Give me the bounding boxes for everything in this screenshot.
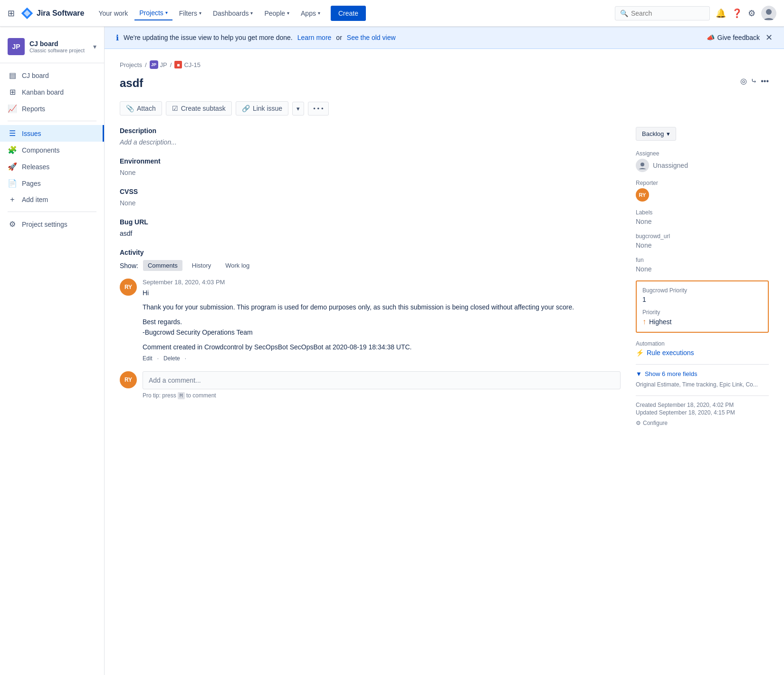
worklog-tab[interactable]: Work log (220, 260, 254, 271)
assignee-label: Assignee (636, 150, 769, 157)
sidebar-item-add-label: Add item (22, 196, 48, 203)
rule-executions-link[interactable]: ⚡ Rule executions (636, 349, 769, 357)
bugcrowd-url-label: bugcrowd_url (636, 233, 769, 240)
sidebar-item-reports[interactable]: 📈 Reports (0, 100, 104, 117)
learn-more-link[interactable]: Learn more (297, 34, 332, 41)
bugcrowd-url-value: None (636, 241, 769, 249)
banner-left: ℹ We're updating the issue view to help … (116, 33, 396, 42)
issue-left-col: Description Add a description... Environ… (120, 127, 621, 426)
sidebar-item-issues-label: Issues (22, 130, 41, 137)
delete-comment-link[interactable]: Delete (163, 355, 180, 362)
edit-comment-link[interactable]: Edit (143, 355, 153, 362)
environment-section: Environment None (120, 157, 621, 176)
nav-dashboards[interactable]: Dashboards ▾ (208, 7, 258, 20)
settings-icon[interactable]: ⚙ (748, 8, 755, 19)
comment-item: RY September 18, 2020, 4:03 PM Hi Thank … (120, 279, 621, 362)
attach-button[interactable]: 📎 Attach (120, 101, 162, 116)
banner-close-button[interactable]: ✕ (765, 32, 773, 43)
configure-link[interactable]: ⚙ Configure (636, 420, 769, 426)
sidebar-item-project-settings[interactable]: ⚙ Project settings (0, 216, 104, 232)
bugcrowd-url-field: bugcrowd_url None (636, 233, 769, 249)
reporter-label: Reporter (636, 180, 769, 186)
paperclip-icon: 📎 (126, 105, 134, 112)
toolbar-more-button[interactable]: • • • (308, 102, 328, 116)
show-more-fields[interactable]: ▼ Show 6 more fields (636, 370, 769, 377)
create-button[interactable]: Create (331, 6, 366, 21)
add-comment-input[interactable]: Add a comment... (143, 371, 621, 389)
breadcrumb-projects[interactable]: Projects (120, 61, 142, 68)
project-avatar: JP (8, 38, 25, 55)
grid-icon[interactable]: ⊞ (8, 8, 15, 19)
main-content: ℹ We're updating the issue view to help … (105, 27, 784, 675)
share-icon[interactable]: ⤷ (751, 77, 757, 86)
jira-logo: Jira Software (20, 7, 84, 20)
update-banner: ℹ We're updating the issue view to help … (105, 27, 784, 49)
nav-projects[interactable]: Projects ▾ (134, 6, 172, 20)
give-feedback-button[interactable]: 📣 Give feedback (707, 34, 760, 41)
search-icon: 🔍 (620, 10, 628, 17)
priority-label: Priority (642, 309, 762, 316)
issue-title: asdf (120, 77, 143, 90)
activity-tabs-row: Show: Comments History Work log (120, 260, 621, 271)
nav-apps[interactable]: Apps ▾ (296, 7, 325, 20)
search-bar[interactable]: 🔍 (615, 6, 710, 20)
sidebar-section-settings: ⚙ Project settings (0, 216, 104, 232)
sidebar-item-cjboard[interactable]: ▤ CJ board (0, 67, 104, 84)
description-placeholder[interactable]: Add a description... (120, 138, 621, 146)
comments-tab[interactable]: Comments (143, 260, 182, 271)
automation-section: Automation ⚡ Rule executions (636, 340, 769, 357)
bugcrowd-priority-value: 1 (642, 296, 762, 303)
sidebar-item-pages[interactable]: 📄 Pages (0, 175, 104, 192)
notifications-icon[interactable]: 🔔 (716, 8, 726, 19)
user-avatar[interactable] (761, 6, 776, 21)
nav-people[interactable]: People ▾ (259, 7, 294, 20)
comment-regards: Best regards. (143, 317, 621, 327)
nav-your-work[interactable]: Your work (94, 7, 133, 20)
sidebar-item-issues[interactable]: ☰ Issues (0, 125, 104, 142)
issue-type-icon: ■ (174, 61, 182, 68)
breadcrumb-sep-2: / (170, 61, 172, 68)
activity-title: Activity (120, 249, 621, 256)
priority-row: ↑ Highest (642, 318, 762, 326)
breadcrumb-issue-link[interactable]: CJ-15 (184, 61, 201, 68)
sidebar-item-cjboard-label: CJ board (22, 72, 49, 79)
sidebar-item-pages-label: Pages (22, 180, 41, 187)
breadcrumb-sep-1: / (145, 61, 147, 68)
nav-right: 🔍 🔔 ❓ ⚙ (615, 6, 776, 21)
page-actions: ◎ ⤷ ••• (740, 77, 769, 86)
toolbar-dropdown-button[interactable]: ▾ (292, 102, 304, 116)
releases-icon: 🚀 (8, 162, 17, 171)
link-issue-button[interactable]: 🔗 Link issue (236, 101, 288, 116)
sidebar-item-add-item[interactable]: + Add item (0, 192, 104, 208)
priority-highlight-box: Bugcrowd Priority 1 Priority ↑ Highest (636, 280, 769, 333)
comment-actions: Edit · Delete · (143, 355, 621, 362)
apps-chevron: ▾ (318, 10, 320, 16)
breadcrumb-project: JP JP (150, 60, 167, 69)
sidebar-item-releases[interactable]: 🚀 Releases (0, 158, 104, 175)
issue-content: Projects / JP JP / ■ CJ-15 asdf ◎ ⤷ ••• (105, 49, 784, 438)
svg-point-2 (641, 163, 644, 166)
add-comment-avatar: RY (120, 371, 137, 388)
sidebar-item-components[interactable]: 🧩 Components (0, 142, 104, 158)
status-button[interactable]: Backlog ▾ (636, 127, 676, 141)
environment-value: None (120, 169, 621, 176)
nav-items: Your work Projects ▾ Filters ▾ Dashboard… (94, 6, 366, 21)
create-subtask-button[interactable]: ☑ Create subtask (166, 101, 232, 116)
more-actions-icon[interactable]: ••• (761, 77, 769, 86)
breadcrumb-project-link[interactable]: JP (160, 61, 167, 68)
show-more-sub: Original Estimate, Time tracking, Epic L… (636, 381, 769, 388)
search-input[interactable] (631, 10, 705, 17)
project-chevron-icon[interactable]: ▾ (93, 43, 96, 50)
history-tab[interactable]: History (187, 260, 216, 271)
sidebar-divider-2 (8, 212, 96, 212)
filters-chevron: ▾ (199, 10, 201, 16)
nav-filters[interactable]: Filters ▾ (174, 7, 206, 20)
help-icon[interactable]: ❓ (732, 8, 742, 19)
page-header-row: asdf ◎ ⤷ ••• (120, 77, 769, 97)
comment-actions-separator: · (157, 355, 159, 362)
bugcrowd-priority-label: Bugcrowd Priority (642, 287, 762, 294)
breadcrumb-project-avatar: JP (150, 60, 158, 69)
sidebar-item-kanban[interactable]: ⊞ Kanban board (0, 84, 104, 100)
see-old-view-link[interactable]: See the old view (347, 34, 396, 41)
watch-icon[interactable]: ◎ (740, 77, 747, 86)
